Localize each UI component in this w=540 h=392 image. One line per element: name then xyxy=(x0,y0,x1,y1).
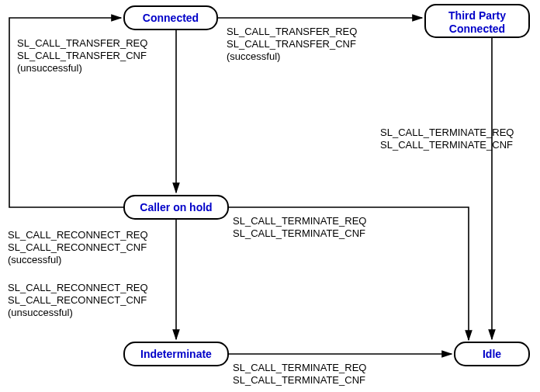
edge-label: SL_CALL_TERMINATE_REQ xyxy=(233,362,366,373)
state-third-party-connected: Third Party Connected xyxy=(425,5,529,37)
state-label-third-party-l1: Third Party xyxy=(448,9,506,22)
state-caller-on-hold: Caller on hold xyxy=(124,196,228,219)
edge-label: SL_CALL_TRANSFER_CNF xyxy=(227,38,356,50)
edge-label: SL_CALL_TRANSFER_REQ xyxy=(227,26,357,37)
state-label-indeterminate: Indeterminate xyxy=(140,348,212,360)
state-label-caller-on-hold: Caller on hold xyxy=(140,201,212,213)
edge-label: SL_CALL_TERMINATE_CNF xyxy=(380,139,513,151)
edge-label: (unsuccessful) xyxy=(17,62,82,74)
state-connected: Connected xyxy=(124,6,217,29)
edge-label: (successful) xyxy=(8,254,61,265)
edge-label: SL_CALL_TERMINATE_CNF xyxy=(233,374,365,386)
state-indeterminate: Indeterminate xyxy=(124,342,228,366)
edge-label: SL_CALL_RECONNECT_REQ xyxy=(8,282,148,293)
edge-label: SL_CALL_RECONNECT_CNF xyxy=(8,241,147,253)
edge-label: SL_CALL_TRANSFER_REQ xyxy=(17,37,147,49)
state-idle: Idle xyxy=(455,342,529,366)
edge-label: SL_CALL_RECONNECT_CNF xyxy=(8,294,147,306)
edge-label: SL_CALL_RECONNECT_REQ xyxy=(8,229,148,241)
state-diagram: Connected Third Party Connected Caller o… xyxy=(0,0,540,392)
edge-label: (unsuccessful) xyxy=(8,307,73,318)
edge-label: SL_CALL_TRANSFER_CNF xyxy=(17,50,147,61)
edge-label: SL_CALL_TERMINATE_CNF xyxy=(233,227,365,239)
state-label-third-party-l2: Connected xyxy=(449,23,505,35)
edge-label: SL_CALL_TERMINATE_REQ xyxy=(380,127,514,138)
edge-label: SL_CALL_TERMINATE_REQ xyxy=(233,215,366,227)
state-label-connected: Connected xyxy=(143,12,199,24)
state-label-idle: Idle xyxy=(483,348,501,360)
edge-label: (successful) xyxy=(227,50,280,62)
